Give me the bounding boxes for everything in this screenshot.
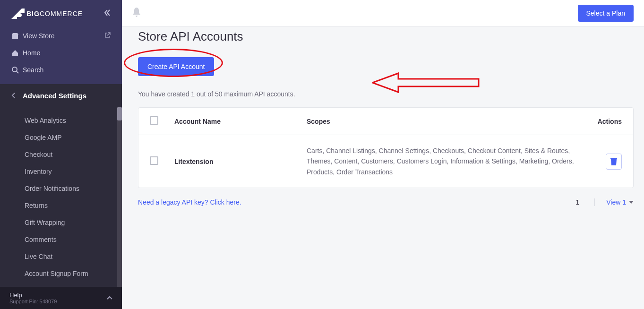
api-accounts-table: Account Name Scopes Actions Litextension…	[138, 107, 634, 188]
accounts-count-text: You have created 1 out of 50 maximum API…	[138, 90, 634, 98]
row-checkbox[interactable]	[150, 156, 158, 165]
sidebar-sub-comments[interactable]: Comments	[0, 231, 122, 248]
help-label: Help	[9, 292, 57, 299]
sidebar-sub-live-chat[interactable]: Live Chat	[0, 248, 122, 265]
scopes-cell: Carts, Channel Listings, Channel Setting…	[307, 146, 593, 177]
page-title: Store API Accounts	[138, 29, 634, 44]
sidebar-item-view-store[interactable]: View Store	[0, 27, 122, 44]
sidebar-scrollbar-track[interactable]	[117, 107, 122, 287]
pagination: 1 View 1	[572, 197, 634, 208]
sidebar-help[interactable]: Help Support Pin: 548079	[0, 287, 122, 309]
storefront-icon	[11, 32, 23, 40]
view-count-label: View 1	[606, 198, 626, 206]
sidebar-sub-web-analytics[interactable]: Web Analytics	[0, 112, 122, 129]
sidebar-sub-inventory[interactable]: Inventory	[0, 163, 122, 180]
header-scopes: Scopes	[307, 118, 593, 125]
sidebar-scrollbar-thumb[interactable]	[117, 107, 122, 120]
external-link-icon	[104, 32, 111, 40]
search-icon	[11, 66, 23, 74]
brand-logo: BIGCOMMERCE	[11, 9, 83, 19]
table-header-row: Account Name Scopes Actions	[138, 108, 633, 135]
page-content: Store API Accounts Create API Account Yo…	[122, 26, 644, 218]
main-area: Select a Plan Store API Accounts Create …	[122, 0, 644, 309]
svg-point-1	[12, 67, 17, 72]
trash-icon	[610, 158, 617, 165]
chevron-up-icon	[107, 294, 112, 302]
sidebar-section-advanced-settings[interactable]: Advanced Settings	[0, 84, 122, 107]
create-api-account-button[interactable]: Create API Account	[138, 57, 214, 76]
support-pin: Support Pin: 548079	[9, 299, 57, 304]
home-icon	[11, 49, 23, 57]
table-row: Litextension Carts, Channel Listings, Ch…	[138, 135, 633, 188]
sidebar-sub-order-notifications[interactable]: Order Notifications	[0, 180, 122, 197]
logo-row: BIGCOMMERCE	[0, 0, 122, 27]
legacy-api-link[interactable]: Need a legacy API key? Click here.	[138, 198, 241, 206]
sidebar-sub-checkout[interactable]: Checkout	[0, 146, 122, 163]
delete-account-button[interactable]	[606, 154, 622, 170]
table-footer: Need a legacy API key? Click here. 1 Vie…	[138, 197, 634, 208]
svg-line-2	[17, 71, 18, 73]
bell-icon[interactable]	[132, 8, 141, 19]
sidebar: BIGCOMMERCE View Store Home S	[0, 0, 122, 309]
chevron-left-icon	[11, 92, 23, 100]
select-plan-button[interactable]: Select a Plan	[578, 5, 634, 22]
select-all-checkbox[interactable]	[150, 116, 158, 125]
sidebar-item-home[interactable]: Home	[0, 44, 122, 61]
sidebar-item-search[interactable]: Search	[0, 61, 122, 78]
sidebar-sub-list[interactable]: Web Analytics Google AMP Checkout Invent…	[0, 107, 122, 287]
sidebar-section-title: Advanced Settings	[23, 92, 86, 100]
bigcommerce-logo-icon	[11, 9, 25, 19]
sidebar-sub-account-signup-form[interactable]: Account Signup Form	[0, 265, 122, 282]
header-actions: Actions	[593, 118, 622, 125]
svg-rect-0	[12, 35, 18, 39]
sidebar-top-nav: View Store Home Search	[0, 27, 122, 84]
sidebar-sub-google-amp[interactable]: Google AMP	[0, 129, 122, 146]
sidebar-label-home: Home	[23, 49, 40, 57]
sidebar-label-search: Search	[23, 66, 43, 74]
caret-down-icon	[629, 201, 634, 204]
topbar: Select a Plan	[122, 0, 644, 26]
sidebar-label-view-store: View Store	[23, 32, 54, 40]
view-count-selector[interactable]: View 1	[594, 198, 634, 206]
sidebar-sub-returns[interactable]: Returns	[0, 197, 122, 214]
sidebar-sub-gift-wrapping[interactable]: Gift Wrapping	[0, 214, 122, 231]
brand-name-left: BIG	[26, 10, 40, 17]
sidebar-collapse-icon[interactable]	[103, 9, 111, 18]
page-number: 1	[572, 197, 583, 208]
account-name-cell: Litextension	[174, 158, 307, 165]
brand-name-right: COMMERCE	[40, 10, 83, 17]
header-account-name: Account Name	[174, 118, 307, 125]
